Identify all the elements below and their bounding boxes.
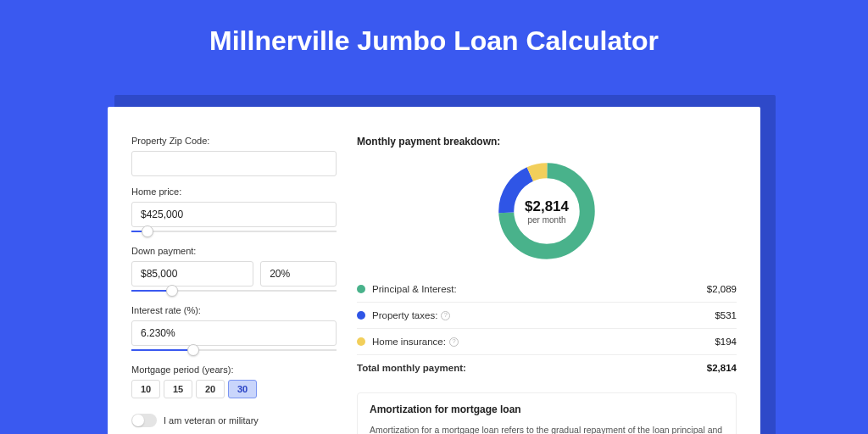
veteran-toggle[interactable] bbox=[131, 414, 157, 427]
payment-donut-chart: $2,814 per month bbox=[493, 158, 600, 264]
home-price-label: Home price: bbox=[131, 186, 337, 197]
legend-value: $194 bbox=[715, 337, 737, 347]
donut-sublabel: per month bbox=[527, 215, 565, 225]
amortization-title: Amortization for mortgage loan bbox=[370, 403, 724, 415]
home-price-slider[interactable] bbox=[131, 227, 337, 236]
slider-thumb-icon[interactable] bbox=[187, 344, 199, 356]
down-payment-pct-input[interactable] bbox=[260, 261, 337, 287]
interest-rate-label: Interest rate (%): bbox=[131, 305, 337, 315]
down-payment-label: Down payment: bbox=[131, 246, 337, 256]
legend-row: Property taxes:?$531 bbox=[357, 303, 737, 329]
legend-label: Property taxes:? bbox=[372, 310, 450, 320]
donut-amount: $2,814 bbox=[525, 198, 569, 215]
legend-dot-icon bbox=[357, 311, 365, 320]
info-icon[interactable]: ? bbox=[441, 311, 450, 320]
period-option-15[interactable]: 15 bbox=[164, 380, 192, 398]
results-column: Monthly payment breakdown: $2,814 per mo… bbox=[357, 131, 737, 434]
inputs-column: Property Zip Code: Home price: Down paym… bbox=[131, 131, 337, 434]
info-icon[interactable]: ? bbox=[449, 337, 459, 347]
legend-label: Principal & Interest: bbox=[372, 284, 457, 294]
amortization-box: Amortization for mortgage loan Amortizat… bbox=[357, 392, 737, 434]
legend-value: $2,089 bbox=[707, 284, 737, 294]
zip-input[interactable] bbox=[131, 151, 337, 176]
breakdown-title: Monthly payment breakdown: bbox=[357, 136, 737, 147]
total-value: $2,814 bbox=[707, 363, 737, 373]
zip-label: Property Zip Code: bbox=[131, 136, 337, 146]
home-price-input[interactable] bbox=[131, 202, 337, 227]
total-row: Total monthly payment: $2,814 bbox=[357, 355, 737, 381]
total-label: Total monthly payment: bbox=[357, 363, 466, 373]
period-option-30[interactable]: 30 bbox=[228, 380, 257, 398]
mortgage-period-group: 10152030 bbox=[131, 380, 337, 398]
calculator-card: Property Zip Code: Home price: Down paym… bbox=[108, 107, 760, 434]
legend-row: Principal & Interest:$2,089 bbox=[357, 276, 737, 303]
interest-rate-slider[interactable] bbox=[131, 346, 337, 354]
interest-rate-input[interactable] bbox=[131, 320, 337, 346]
legend-row: Home insurance:?$194 bbox=[357, 329, 737, 355]
amortization-text: Amortization for a mortgage loan refers … bbox=[370, 424, 724, 434]
veteran-label: I am veteran or military bbox=[164, 415, 259, 426]
down-payment-slider[interactable] bbox=[131, 287, 337, 295]
down-payment-input[interactable] bbox=[131, 261, 253, 287]
period-option-10[interactable]: 10 bbox=[131, 380, 160, 398]
legend-dot-icon bbox=[357, 337, 365, 346]
period-option-20[interactable]: 20 bbox=[196, 380, 225, 398]
legend-label: Home insurance:? bbox=[372, 337, 459, 347]
slider-thumb-icon[interactable] bbox=[142, 225, 153, 237]
legend-dot-icon bbox=[357, 285, 365, 293]
page-title: Millnerville Jumbo Loan Calculator bbox=[0, 0, 868, 77]
slider-thumb-icon[interactable] bbox=[166, 285, 178, 297]
toggle-knob-icon bbox=[132, 415, 144, 426]
mortgage-period-label: Mortgage period (years): bbox=[131, 364, 337, 375]
legend-value: $531 bbox=[715, 310, 737, 320]
